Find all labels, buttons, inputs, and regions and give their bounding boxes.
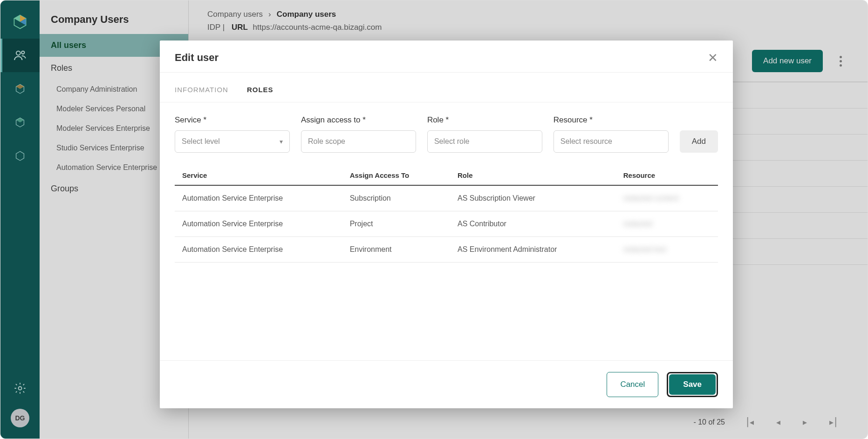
idp-url-label: URL [232,23,248,32]
breadcrumb: Company users › Company users [207,10,849,19]
col-role: Role [450,166,616,185]
cell-service: Automation Service Enterprise [175,237,342,263]
page-first-button[interactable]: ⎮◂ [744,415,756,429]
save-button[interactable]: Save [669,374,716,395]
tab-roles[interactable]: ROLES [247,81,273,102]
page-prev-button[interactable]: ◂ [774,415,782,429]
roles-table: Service Assign Access To Role Resource A… [175,166,718,263]
cell-access: Environment [342,237,450,263]
icon-rail: DG [0,0,40,439]
chevron-down-icon: ▾ [280,138,283,145]
hexagon-logo-icon [12,14,28,30]
cell-service: Automation Service Enterprise [175,185,342,211]
assign-access-input-wrapper[interactable] [301,130,416,153]
service-select[interactable]: ▾ [175,130,290,153]
modal-title: Edit user [175,52,219,64]
resource-input[interactable] [560,137,662,146]
avatar[interactable]: DG [11,409,29,427]
cell-resource: redacted text [616,237,718,263]
rail-item-users[interactable] [0,39,40,72]
breadcrumb-current: Company users [277,10,336,19]
rail-item-cube3[interactable] [0,139,40,173]
svg-point-2 [19,387,22,390]
hexagon-outline-icon [14,82,27,95]
add-new-user-button[interactable]: Add new user [752,50,823,72]
col-service: Service [175,166,342,185]
idp-prefix: IDP | [207,23,225,32]
add-role-button[interactable]: Add [680,130,718,153]
table-row: Automation Service Enterprise Project AS… [175,211,718,237]
rail-logo[interactable] [0,5,40,39]
cell-resource: redacted [616,211,718,237]
table-row: Automation Service Enterprise Subscripti… [175,185,718,211]
role-input[interactable] [434,137,535,146]
assign-access-input[interactable] [308,137,409,146]
breadcrumb-parent[interactable]: Company users [207,10,263,19]
assign-access-label: Assign access to * [301,115,416,125]
page-last-button[interactable]: ▸⎮ [827,415,840,429]
service-label: Service * [175,115,290,125]
cell-access: Subscription [342,185,450,211]
col-resource: Resource [616,166,718,185]
users-icon [13,48,27,62]
pagination-range: - 10 of 25 [693,418,725,426]
hexagon-outline-icon [14,149,27,162]
cell-role: AS Environment Administrator [450,237,616,263]
tab-information[interactable]: INFORMATION [175,81,228,102]
role-input-wrapper[interactable] [427,130,542,153]
service-select-input[interactable] [182,137,280,146]
cell-resource: redacted content [616,185,718,211]
table-row: Automation Service Enterprise Environmen… [175,237,718,263]
rail-item-cube2[interactable] [0,106,40,139]
close-button[interactable]: ✕ [708,52,718,64]
pagination: - 10 of 25 ⎮◂ ◂ ▸ ▸⎮ [189,406,868,439]
col-access: Assign Access To [342,166,450,185]
svg-point-1 [21,51,24,54]
more-actions-button[interactable] [832,53,849,69]
chevron-right-icon: › [268,10,271,19]
cell-access: Project [342,211,450,237]
rail-item-settings[interactable] [0,382,40,395]
svg-point-0 [16,51,21,55]
cell-service: Automation Service Enterprise [175,211,342,237]
edit-user-modal: Edit user ✕ INFORMATION ROLES Service * … [160,41,733,408]
idp-url-value: https://accounts-acme-qa.bizagi.com [253,23,382,32]
cell-role: AS Subscription Viewer [450,185,616,211]
page-next-button[interactable]: ▸ [801,415,809,429]
sidebar-title: Company Users [40,0,188,34]
resource-label: Resource * [554,115,669,125]
save-button-highlight: Save [667,372,718,397]
rail-item-cube1[interactable] [0,72,40,106]
cancel-button[interactable]: Cancel [607,372,658,397]
gear-icon [14,382,27,395]
idp-line: IDP | URL https://accounts-acme-qa.bizag… [207,23,849,32]
hexagon-outline-icon [14,116,27,129]
cell-role: AS Contributor [450,211,616,237]
close-icon: ✕ [708,51,718,65]
role-label: Role * [427,115,542,125]
resource-input-wrapper[interactable] [554,130,669,153]
